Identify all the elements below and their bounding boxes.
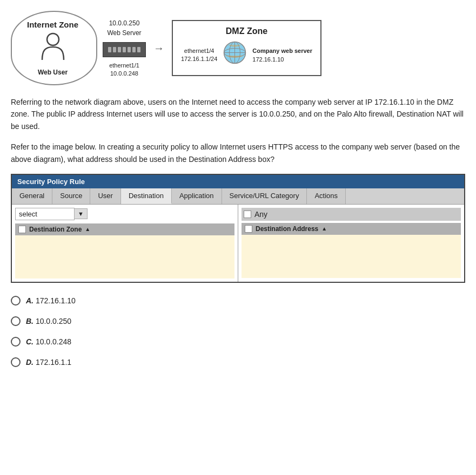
tab-destination[interactable]: Destination [121,188,172,204]
answer-row-a: A. 172.16.1.10 [11,296,465,306]
tab-application[interactable]: Application [172,188,222,204]
tab-source[interactable]: Source [52,188,90,204]
internet-zone: Internet Zone Web User [11,11,97,85]
answer-choices: A. 172.16.1.10 B. 10.0.0.250 C. 10.0.0.2… [11,296,465,367]
ethernet-right-info: ethernet1/4 172.16.1.1/24 [181,47,217,64]
dest-address-checkbox[interactable] [245,225,252,233]
any-label: Any [254,210,267,219]
arrow-right: → [153,42,164,55]
select-row: select ▼ [15,208,234,220]
any-row: Any [242,208,461,221]
any-checkbox[interactable] [244,211,251,218]
dest-zone-header: Destination Zone ▲ [15,223,234,235]
dest-address-label: Destination Address [256,225,318,233]
dmz-content: ethernet1/4 172.16.1.1/24 Compan [181,40,312,70]
answer-label-d: D. 172.16.1.1 [26,358,71,367]
dest-address-sort[interactable]: ▲ [321,226,327,232]
web-server-info: 10.0.0.250 Web Server [107,18,141,38]
tabs-row: General Source User Destination Applicat… [12,188,464,205]
middle-section: 10.0.0.250 Web Server ethernet1/1 10.0.0… [103,18,146,78]
dmz-zone-title: DMZ Zone [181,26,312,36]
dest-address-header: Destination Address ▲ [242,223,461,235]
paragraph-1: Referring to the network diagram above, … [11,96,465,132]
answer-label-a: A. 172.16.1.10 [26,296,76,305]
tab-service-url[interactable]: Service/URL Category [222,188,307,204]
dropdown-arrow[interactable]: ▼ [75,208,88,219]
radio-c[interactable] [11,337,21,347]
policy-header: Security Policy Rule [12,175,464,188]
policy-body: select ▼ Destination Zone ▲ Any Destinat [12,205,464,282]
network-diagram: Internet Zone Web User 10.0.0.250 Web Se… [11,11,465,85]
tab-actions[interactable]: Actions [307,188,346,204]
dmz-server-info: Company web server 172.16.1.10 [252,46,312,64]
paragraph-2: Refer to the image below. In creating a … [11,141,465,165]
dest-zone-sort[interactable]: ▲ [85,226,90,232]
answer-row-c: C. 10.0.0.248 [11,337,465,347]
dest-zone-label: Destination Zone [29,226,82,233]
security-policy-rule: Security Policy Rule General Source User… [11,174,465,283]
right-panel: Any Destination Address ▲ [238,205,464,282]
ethernet-left-label: ethernet1/1 10.0.0.248 [109,62,139,78]
answer-label-c: C. 10.0.0.248 [26,337,71,346]
tab-user[interactable]: User [90,188,120,204]
radio-b[interactable] [11,316,21,326]
dest-zone-checkbox[interactable] [18,226,26,233]
firewall-ports [108,47,140,52]
answer-label-b: B. 10.0.0.250 [26,317,71,325]
tab-general[interactable]: General [12,188,52,204]
globe-icon [223,40,247,70]
dmz-zone-box: DMZ Zone ethernet1/4 172.16.1.1/24 [172,20,321,76]
firewall-device [103,42,146,57]
internet-zone-title: Internet Zone [27,20,78,29]
left-panel: select ▼ Destination Zone ▲ [12,205,238,282]
web-user-label: Web User [38,69,68,76]
answer-row-b: B. 10.0.0.250 [11,316,465,326]
answer-row-d: D. 172.16.1.1 [11,357,465,367]
svg-point-0 [47,33,59,45]
select-input[interactable]: select [15,208,75,220]
dest-address-content [242,235,461,278]
radio-d[interactable] [11,357,21,367]
dest-zone-content [15,235,234,279]
person-icon [39,32,66,66]
radio-a[interactable] [11,296,21,306]
